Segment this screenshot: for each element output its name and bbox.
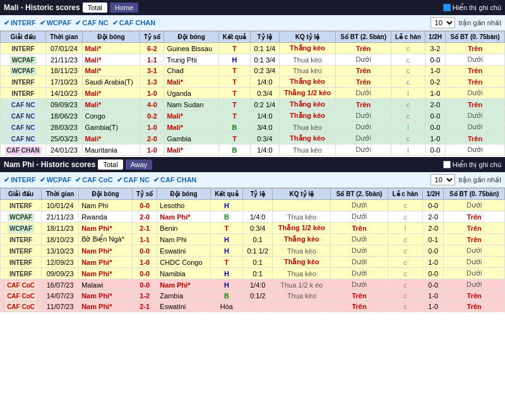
cell-odds: 1/4:0 — [251, 144, 280, 156]
cell-team2[interactable]: Mali* — [164, 76, 219, 88]
cell-tag: CAF CoC — [1, 291, 42, 301]
cell-score: 0-0 — [133, 268, 157, 279]
cell-bt25: Trên — [331, 223, 388, 234]
cell-team2: Uganda — [164, 88, 219, 99]
namphi-count-select[interactable]: 10 20 30 — [431, 174, 455, 185]
th-doibong2-namphi: Đội bóng — [157, 189, 210, 200]
cell-bt075: Dưới — [446, 88, 505, 99]
cell-date: 28/03/23 — [46, 122, 82, 133]
cell-result: H — [210, 279, 242, 291]
cell-team1[interactable]: Mali* — [82, 88, 140, 99]
th-lechan-mali: Lẻ c hàn — [391, 32, 425, 43]
cell-date: 10/01/24 — [42, 200, 79, 211]
namphi-header: Nam Phi - Historic scores Total Away Hiể… — [0, 157, 505, 172]
cell-tag: INTERF — [1, 245, 42, 257]
cell-team1[interactable]: Mali* — [82, 66, 140, 76]
cell-team1[interactable]: Mali* — [82, 43, 140, 54]
cell-half: 1-0 — [423, 257, 444, 268]
cell-team1[interactable]: Nam Phi* — [79, 257, 133, 268]
namphi-filter-wcpaf[interactable]: ✔ WCPAF — [40, 176, 72, 184]
cell-team1[interactable]: Mali* — [82, 133, 140, 144]
cell-date: 18/06/23 — [46, 110, 82, 122]
cell-result: T — [210, 257, 242, 268]
cell-team2[interactable]: Mali* — [164, 110, 219, 122]
cell-team2[interactable]: Nam Phi* — [157, 279, 210, 291]
namphi-filter-cafnc[interactable]: ✔ CAF NC — [117, 176, 150, 184]
cell-tag: CAF NC — [1, 133, 46, 144]
cell-odds: 0:1 — [243, 268, 273, 279]
namphi-filter-interf[interactable]: ✔ INTERF — [4, 176, 36, 184]
cell-result: T — [219, 133, 251, 144]
cell-tag: INTERF — [1, 76, 46, 88]
cell-odds: 0:1 3/4 — [251, 54, 280, 66]
mali-tab-total[interactable]: Total — [83, 3, 107, 13]
cell-team2[interactable]: Mali* — [164, 144, 219, 156]
cell-tag: CAF CoC — [1, 279, 42, 291]
mali-show-checkbox[interactable] — [443, 4, 451, 11]
cell-lc: c — [391, 133, 425, 144]
cell-team1[interactable]: Mali* — [82, 54, 140, 66]
th-doibong1-namphi: Đội bóng — [79, 189, 133, 200]
cell-result: H — [210, 200, 242, 211]
cell-team2: Nam Sudan — [164, 99, 219, 110]
mali-filter-wcpaf[interactable]: ✔ WCPAF — [40, 19, 72, 27]
cell-date: 18/10/23 — [42, 234, 79, 245]
cell-score: 1-0 — [140, 122, 164, 133]
cell-half: 0-0 — [423, 268, 444, 279]
cell-score: 0-0 — [133, 200, 157, 211]
cell-score: 6-2 — [140, 43, 164, 54]
cell-lc: c — [391, 54, 425, 66]
cell-bt075: Dưới — [444, 200, 505, 211]
cell-odds: 0:2 1/4 — [251, 99, 280, 110]
cell-half: 0-2 — [425, 76, 445, 88]
cell-team1[interactable]: Nam Phi* — [79, 301, 133, 312]
mali-count-select[interactable]: 10 20 30 — [431, 17, 455, 28]
mali-filter-interf[interactable]: ✔ INTERF — [4, 19, 36, 27]
th-sobt25-namphi: Số BT (2. 5bàn) — [331, 189, 388, 200]
cell-bt25: Dưới — [336, 88, 391, 99]
table-row: CAF CoC 14/07/23 Nam Phi* 1-2 Zambia B 0… — [1, 291, 505, 301]
cell-team1[interactable]: Nam Phi* — [79, 291, 133, 301]
cell-team2: Benin — [157, 223, 210, 234]
namphi-show-checkbox[interactable] — [443, 161, 451, 168]
cell-team2[interactable]: Mali* — [164, 122, 219, 133]
mali-tab-home[interactable]: Home — [110, 3, 138, 13]
mali-table-header: Giải đấu Thời gian Đội bóng Tỷ số Đội bó… — [1, 32, 505, 43]
cell-tag: CAF NC — [1, 122, 46, 133]
cell-kq: Thua kèo — [279, 144, 335, 156]
cell-lc: l — [391, 122, 425, 133]
namphi-tab-away[interactable]: Away — [126, 160, 153, 170]
cell-score: 1-3 — [140, 76, 164, 88]
cell-tag: CAF NC — [1, 99, 46, 110]
cell-team2: Zambia — [157, 291, 210, 301]
cell-bt075: Trên — [446, 43, 505, 54]
mali-filter-cafchan[interactable]: ✔ CAF CHAN — [112, 19, 155, 27]
mali-filter-cafnc[interactable]: ✔ CAF NC — [75, 19, 109, 27]
cell-tag: WCPAF — [1, 211, 42, 223]
cell-team2[interactable]: Nam Phi* — [157, 211, 210, 223]
cell-bt075: Dưới — [446, 110, 505, 122]
namphi-filter-cafcoc[interactable]: ✔ CAF CoC — [75, 176, 112, 184]
cell-bt25: Dưới — [331, 234, 388, 245]
cell-lc: l — [391, 144, 425, 156]
th-doibong1-mali: Đội bóng — [82, 32, 140, 43]
cell-kq: Thua kèo — [279, 66, 335, 76]
cell-team1[interactable]: Nam Phi* — [79, 245, 133, 257]
cell-lc: c — [388, 291, 422, 301]
namphi-filter-cafchan[interactable]: ✔ CAF CHAN — [153, 176, 196, 184]
namphi-section: Nam Phi - Historic scores Total Away Hiể… — [0, 157, 505, 312]
table-row: WCPAF 21/11/23 Mali* 1-1 Trung Phi H 0:1… — [1, 54, 505, 66]
cell-tag: INTERF — [1, 234, 42, 245]
th-ketqua-namphi: Kết quả — [210, 189, 242, 200]
cell-half: 0-0 — [423, 200, 444, 211]
namphi-tab-total[interactable]: Total — [98, 160, 122, 170]
cell-team1[interactable]: Nam Phi* — [79, 223, 133, 234]
cell-date: 07/01/24 — [46, 43, 82, 54]
cell-team1[interactable]: Nam Phi* — [79, 268, 133, 279]
th-giaidad-namphi: Giải đấu — [1, 189, 42, 200]
cell-lc: c — [388, 245, 422, 257]
cell-kq: Thua kèo — [273, 268, 331, 279]
cell-team1: Mauritania — [82, 144, 140, 156]
cell-odds: 0:1 1/2 — [243, 245, 273, 257]
cell-team1[interactable]: Mali* — [82, 99, 140, 110]
